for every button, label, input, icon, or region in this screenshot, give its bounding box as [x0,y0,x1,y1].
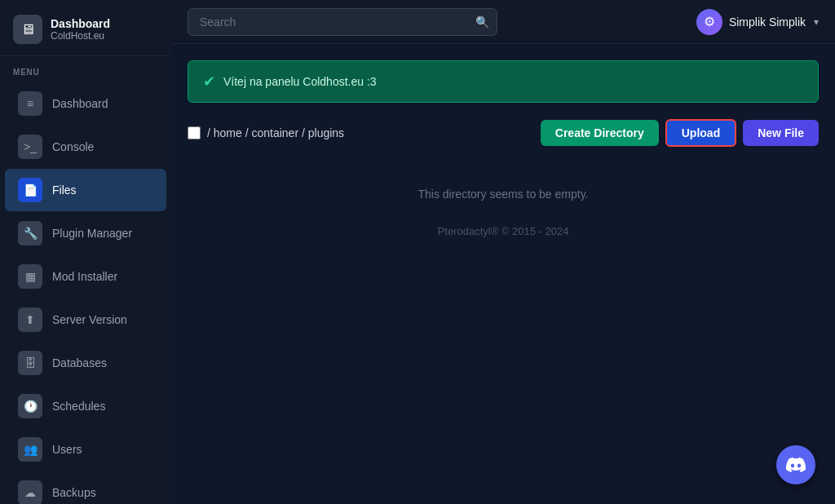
check-circle-icon: ✔ [203,73,215,91]
current-path: / home / container / plugins [207,126,344,139]
sidebar-item-schedules[interactable]: 🕐Schedules [5,385,166,427]
sidebar-item-label: Dashboard [52,97,108,110]
discord-button[interactable] [776,445,815,484]
sidebar: 🖥 Dashboard ColdHost.eu MENU ≡Dashboard>… [0,0,171,504]
sidebar-item-files[interactable]: 📄Files [5,169,166,211]
chevron-down-icon: ▾ [814,16,819,28]
header: 🔍 ⚙ Simplik Simplik ▾ [171,0,835,44]
console-icon: >_ [18,135,42,159]
avatar: ⚙ [696,9,722,35]
brand-title: Dashboard [51,17,110,30]
new-file-button[interactable]: New File [743,120,819,146]
discord-icon [786,455,806,475]
sidebar-item-plugin-manager[interactable]: 🔧Plugin Manager [5,212,166,254]
search-input[interactable] [188,8,497,36]
user-area[interactable]: ⚙ Simplik Simplik ▾ [696,9,819,35]
files-icon: 📄 [18,178,42,202]
sidebar-item-label: Databases [52,356,107,369]
plugin-manager-icon: 🔧 [18,221,42,245]
alert-message: Vítej na panelu Coldhost.eu :3 [223,75,377,88]
toolbar-actions: Create Directory Upload New File [541,119,819,147]
sidebar-item-console[interactable]: >_Console [5,126,166,168]
users-icon: 👥 [18,437,42,462]
brand-area: 🖥 Dashboard ColdHost.eu [0,0,171,56]
sidebar-item-label: Files [52,183,77,197]
content-area: ✔ Vítej na panelu Coldhost.eu :3 / home … [171,44,835,504]
menu-label: MENU [0,56,171,82]
sidebar-item-dashboard[interactable]: ≡Dashboard [5,82,166,125]
mod-installer-icon: ▦ [18,264,42,289]
brand-subtitle: ColdHost.eu [51,30,110,42]
sidebar-item-label: Server Version [52,313,127,326]
databases-icon: 🗄 [18,351,42,375]
search-icon: 🔍 [475,15,489,29]
main-area: 🔍 ⚙ Simplik Simplik ▾ ✔ Vítej na panelu … [171,0,835,504]
sidebar-item-label: Users [52,443,82,456]
sidebar-item-users[interactable]: 👥Users [5,428,166,471]
sidebar-item-backups[interactable]: ☁Backups [5,471,166,504]
sidebar-item-databases[interactable]: 🗄Databases [5,342,166,384]
upload-button[interactable]: Upload [665,119,736,147]
brand-text: Dashboard ColdHost.eu [51,17,110,42]
brand-icon: 🖥 [13,15,42,44]
schedules-icon: 🕐 [18,394,42,418]
sidebar-item-server-version[interactable]: ⬆Server Version [5,298,166,341]
empty-state: This directory seems to be empty. [188,155,819,209]
sidebar-item-mod-installer[interactable]: ▦Mod Installer [5,255,166,298]
empty-message: This directory seems to be empty. [418,188,588,201]
search-wrap: 🔍 [188,8,497,36]
sidebar-item-label: Backups [52,486,96,499]
server-version-icon: ⬆ [18,307,42,332]
backups-icon: ☁ [18,480,42,504]
user-name: Simplik Simplik [729,15,806,29]
nav-list: ≡Dashboard>_Console📄Files🔧Plugin Manager… [0,82,171,504]
create-directory-button[interactable]: Create Directory [541,120,659,146]
alert-banner: ✔ Vítej na panelu Coldhost.eu :3 [188,60,819,103]
footer: Pterodactyl® © 2015 - 2024 [188,225,819,237]
sidebar-item-label: Console [52,140,94,153]
sidebar-item-label: Mod Installer [52,270,117,283]
dashboard-icon: ≡ [18,91,42,116]
file-manager-toolbar: / home / container / plugins Create Dire… [188,119,819,147]
sidebar-item-label: Schedules [52,400,105,413]
path-row: / home / container / plugins [188,126,344,139]
sidebar-item-label: Plugin Manager [52,227,132,240]
select-all-checkbox[interactable] [188,126,201,139]
